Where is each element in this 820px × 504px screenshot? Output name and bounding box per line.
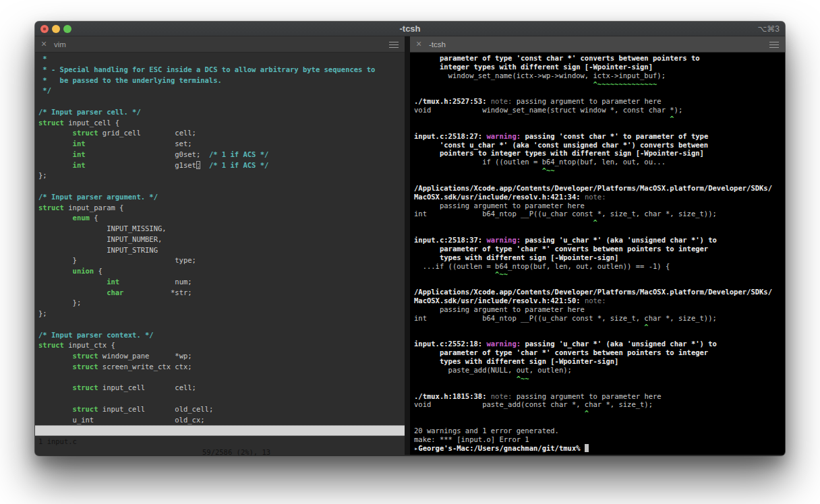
terminal-line: ^~~ (414, 270, 785, 279)
terminal-line: INPUT_MISSING, (38, 224, 405, 234)
terminal-line (414, 123, 785, 132)
terminal-line: if ((outlen = b64_ntop(buf, len, out, ou… (414, 158, 785, 166)
terminal-line: /Applications/Xcode.app/Contents/Develop… (414, 288, 785, 296)
terminal-line: INPUT_NUMBER, (38, 234, 405, 245)
terminal-line: ./tmux.h:2527:53: note: passing argument… (414, 97, 785, 106)
terminal-line: input.c:2518:37: warning: passing 'u_cha… (414, 236, 785, 245)
terminal-line: ^ (414, 409, 785, 418)
terminal-line: 20 warnings and 1 error generated. (414, 427, 785, 435)
terminal-line: /* Input parser context. */ (38, 330, 405, 341)
terminal-line: void window_set_name(struct window *, co… (414, 106, 785, 115)
close-tab-icon[interactable]: × (41, 36, 47, 53)
terminal-line: integer types with different sign [-Wpoi… (414, 63, 785, 71)
terminal-line: input.c:2518:27: warning: passing 'const… (414, 132, 785, 141)
vim-status-filename: 1 input.c (38, 436, 77, 447)
shell-terminal[interactable]: parameter of type 'const char *' convert… (410, 53, 785, 455)
terminal-line: char *str; (38, 288, 405, 298)
terminal-line: int num; (38, 277, 405, 288)
terminal-line: ^~~~~~~~~~~~~~~ (414, 80, 785, 89)
terminal-line (414, 418, 785, 427)
terminal-line: MacOSX.sdk/usr/include/resolv.h:421:50: … (414, 296, 785, 305)
terminal-line: void paste_add(const char *, char *, siz… (414, 400, 785, 409)
terminal-line: passing argument to parameter here (414, 305, 785, 314)
close-tab-icon[interactable]: × (416, 36, 421, 53)
terminal-line: struct window_pane *wp; (38, 351, 405, 362)
right-pane: × -tcsh parameter of type 'const char *'… (410, 36, 785, 455)
terminal-line: /* Input parser cell. */ (38, 107, 405, 118)
vim-status-bar: 1 input.c 59/2586 (2%), 13 (-1 ) (35, 425, 405, 436)
window-shortcut-badge: ⌥⌘3 (757, 22, 780, 36)
terminal-line: struct input_cell cell; (38, 383, 405, 393)
terminal-line: }; (38, 170, 405, 181)
terminal-line: ^ (414, 115, 785, 123)
right-pane-tab-bar[interactable]: × -tcsh (410, 36, 785, 53)
terminal-line: struct grid_cell cell; (38, 128, 405, 139)
vim-status-position: 59/2586 (2%), 13 (202, 447, 270, 455)
terminal-line (414, 227, 785, 236)
terminal-line: parameter of type 'const char *' convert… (414, 54, 785, 63)
terminal-line: ^ (414, 218, 785, 227)
terminal-line: ▸George's-Mac:/Users/gnachman/git/tmux% (414, 444, 785, 453)
title-bar[interactable]: -tcsh ⌥⌘3 (35, 22, 785, 36)
terminal-line (414, 383, 785, 392)
terminal-line: int b64_ntop __P((u_char const *, size_t… (414, 314, 785, 323)
terminal-line (38, 373, 405, 383)
terminal-line: input.c:2552:18: warning: passing 'u_cha… (414, 340, 785, 348)
terminal-line: struct input_cell { (38, 118, 405, 129)
terminal-line: parameter of type 'char *' converts betw… (414, 245, 785, 253)
pane-divider[interactable] (405, 36, 410, 455)
terminal-line (414, 279, 785, 288)
terminal-line (414, 332, 785, 340)
shell-buffer: parameter of type 'const char *' convert… (410, 53, 785, 453)
terminal-line (38, 181, 405, 192)
terminal-line: struct screen_write_ctx ctx; (38, 362, 405, 373)
terminal-line: }; (38, 309, 405, 319)
terminal-line: struct input_param { (38, 203, 405, 214)
right-tab-title: -tcsh (429, 36, 446, 53)
vim-buffer: * * - Special handling for ESC inside a … (35, 53, 405, 425)
terminal-line (38, 96, 405, 107)
terminal-line: int b64_ntop __P((u_char const *, size_t… (414, 210, 785, 218)
terminal-line: u_int old_cx; (38, 415, 405, 426)
terminal-line: paste_add(NULL, out, outlen); (414, 366, 785, 375)
terminal-line: ^~~ (414, 375, 785, 383)
left-pane-tab-bar[interactable]: × vim (35, 36, 405, 53)
terminal-line: types with different sign [-Wpointer-sig… (414, 253, 785, 262)
hamburger-menu-icon[interactable] (389, 42, 399, 48)
terminal-line: MacOSX.sdk/usr/include/resolv.h:421:34: … (414, 193, 785, 201)
terminal-line: parameter of type 'char *' converts betw… (414, 348, 785, 357)
terminal-line: INPUT_STRING (38, 245, 405, 256)
terminal-line: enum { (38, 213, 405, 224)
terminal-line: struct input_cell old_cell; (38, 404, 405, 415)
terminal-line (38, 319, 405, 330)
window-title: -tcsh (35, 22, 785, 36)
terminal-line: int g0set; /* 1 if ACS */ (38, 150, 405, 160)
terminal-line: } type; (38, 255, 405, 266)
terminal-line: }; (38, 298, 405, 309)
terminal-line: /Applications/Xcode.app/Contents/Develop… (414, 184, 785, 193)
vim-terminal[interactable]: * * - Special handling for ESC inside a … (35, 53, 405, 455)
hamburger-menu-icon[interactable] (769, 42, 779, 48)
terminal-line: * - Special handling for ESC inside a DC… (38, 65, 405, 75)
terminal-window: -tcsh ⌥⌘3 × vim * * - Special handling f… (35, 22, 785, 455)
terminal-line: ./tmux.h:1815:38: note: passing argument… (414, 392, 785, 401)
terminal-line: union { (38, 266, 405, 277)
terminal-line: ^ (414, 323, 785, 332)
terminal-line (414, 175, 785, 184)
terminal-line: struct input_ctx { (38, 340, 405, 351)
terminal-line: int g1set; /* 1 if ACS */ (38, 160, 405, 171)
terminal-line: ^~~ (414, 166, 785, 175)
terminal-line (38, 393, 405, 404)
terminal-line: pointers to integer types with different… (414, 149, 785, 158)
terminal-line: * be passed to the underlying terminals. (38, 75, 405, 86)
terminal-line: window_set_name(ictx->wp->window, ictx->… (414, 71, 785, 80)
terminal-line: */ (38, 86, 405, 96)
left-tab-title: vim (54, 36, 66, 53)
terminal-line: * (38, 54, 405, 65)
split-panes: × vim * * - Special handling for ESC ins… (35, 36, 785, 455)
terminal-line: types with different sign [-Wpointer-sig… (414, 357, 785, 366)
terminal-line: 'const u_char *' (aka 'const unsigned ch… (414, 141, 785, 150)
terminal-line: ...if ((outlen = b64_ntop(buf, len, out,… (414, 262, 785, 271)
terminal-line: passing argument to parameter here (414, 201, 785, 210)
terminal-line (414, 88, 785, 97)
